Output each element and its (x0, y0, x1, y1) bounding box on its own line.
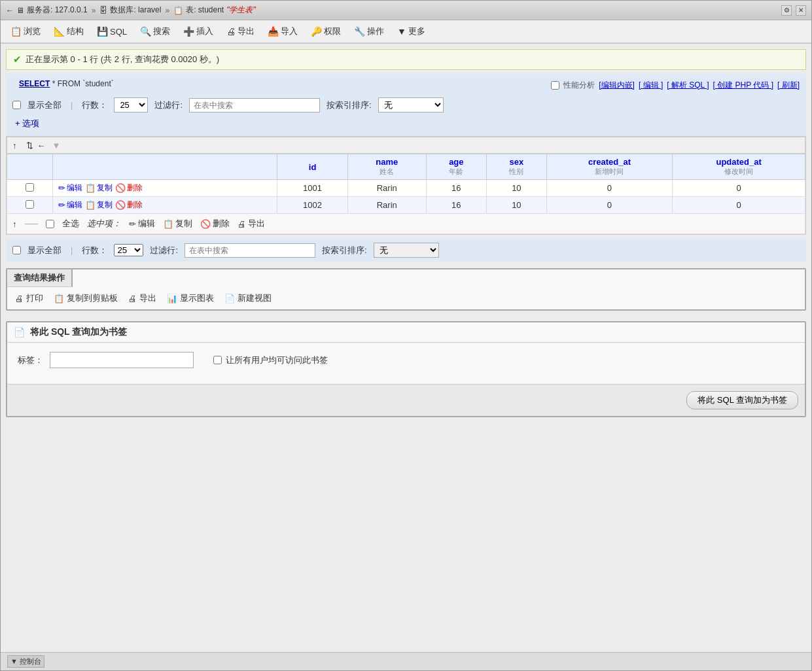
console-collapse-btn[interactable]: ▼ 控制台 (7, 655, 44, 668)
parse-sql-link[interactable]: [ 解析 SQL ] (667, 80, 709, 91)
insert-icon: ➕ (183, 26, 194, 37)
bookmark-label-row: 标签： 让所有用户均可访问此书签 (18, 352, 794, 368)
toolbar-browse[interactable]: 📋 浏览 (5, 23, 46, 40)
toolbar: 📋 浏览 📐 结构 💾 SQL 🔍 搜索 ➕ 插入 🖨 导出 📥 导入 🔑 (1, 20, 811, 44)
search-icon: 🔍 (140, 26, 151, 37)
main-window: ← 🖥 服务器: 127.0.0.1 » 🗄 数据库: laravel » 📋 … (0, 0, 812, 671)
close-button[interactable]: ✕ (796, 5, 806, 16)
edit-btn-0[interactable]: ✏编辑 (58, 182, 82, 194)
edit-icon: ✏ (58, 183, 65, 193)
cell-name-0: Rarin (347, 180, 426, 197)
th-created-at[interactable]: created_at 新增时间 (546, 154, 673, 180)
up-arrow-icon: ↑ (12, 141, 17, 150)
bottom-export-btn[interactable]: 🖨 导出 (238, 218, 265, 230)
more-dropdown-icon: ▼ (397, 26, 406, 37)
bottom-edit-btn[interactable]: ✏ 编辑 (129, 218, 155, 230)
toolbar-export[interactable]: 🖨 导出 (221, 23, 260, 40)
copy-btn-1[interactable]: 📋复制 (85, 199, 113, 211)
print-btn[interactable]: 🖨 打印 (15, 292, 43, 304)
th-id[interactable]: id (277, 154, 348, 180)
toolbar-structure[interactable]: 📐 结构 (48, 23, 90, 40)
status-bar: ✔ 正在显示第 0 - 1 行 (共 2 行, 查询花费 0.0020 秒。) (6, 49, 806, 70)
filter-input-bottom[interactable] (185, 243, 315, 258)
content-area: ✔ 正在显示第 0 - 1 行 (共 2 行, 查询花费 0.0020 秒。) … (1, 44, 811, 652)
sort-arrows-icon: ⇅ (26, 141, 33, 150)
bottom-bar: ▼ 控制台 (1, 652, 811, 670)
sort-select-bottom[interactable]: 无 (374, 243, 439, 258)
structure-icon: 📐 (54, 26, 65, 37)
row-checkbox-0[interactable] (26, 183, 34, 192)
toolbar-search[interactable]: 🔍 搜索 (134, 23, 176, 40)
copy-btn-0[interactable]: 📋复制 (85, 182, 113, 194)
refresh-link[interactable]: [ 刷新] (777, 80, 800, 91)
th-age[interactable]: age 年龄 (426, 154, 487, 180)
delete-btn-1[interactable]: 🚫删除 (115, 199, 143, 211)
clipboard-icon: 📋 (54, 294, 64, 303)
table-header-row: id name 姓名 age 年龄 sex 性别 (7, 154, 805, 180)
cell-created_at-0: 0 (546, 180, 673, 197)
cell-id-1: 1002 (277, 197, 348, 214)
show-all-label-2: 显示全部 (27, 245, 62, 256)
search-label: 搜索 (153, 26, 170, 37)
import-label: 导入 (281, 26, 298, 37)
delete-btn-0[interactable]: 🚫删除 (115, 182, 143, 194)
show-chart-btn[interactable]: 📊 显示图表 (167, 292, 214, 304)
bookmark-submit-btn[interactable]: 将此 SQL 查询加为书签 (686, 391, 798, 409)
browse-icon: 📋 (10, 26, 22, 37)
new-view-btn[interactable]: 📄 新建视图 (224, 292, 272, 304)
bookmark-label-text: 标签： (18, 354, 43, 366)
perf-label: 性能分析 (563, 80, 595, 91)
copy-icon: 📋 (163, 219, 173, 229)
row-count-select[interactable]: 25 50 100 (114, 97, 148, 112)
row-count-select-2[interactable]: 25 50 100 (114, 244, 143, 256)
back-icon[interactable]: ← (6, 6, 14, 15)
title-highlight: "学生表" (226, 5, 256, 16)
bottom-copy-btn[interactable]: 📋 复制 (163, 218, 192, 230)
bottom-delete-btn[interactable]: 🚫 删除 (200, 218, 230, 230)
insert-label: 插入 (196, 26, 213, 37)
sort-select-top[interactable]: 无 (378, 97, 444, 112)
privileges-icon: 🔑 (311, 26, 322, 37)
bottom-export-icon: 🖨 (238, 219, 246, 229)
filter-input-top[interactable] (189, 98, 320, 112)
edit-link[interactable]: [ 编辑 ] (639, 80, 663, 91)
toolbar-more[interactable]: ▼ 更多 (391, 23, 431, 40)
toolbar-privileges[interactable]: 🔑 权限 (305, 23, 347, 40)
cell-sex-0: 10 (487, 180, 547, 197)
copy-row-icon: 📋 (85, 200, 96, 210)
bookmark-submit-row: 将此 SQL 查询加为书签 (7, 384, 805, 416)
privileges-label: 权限 (324, 26, 341, 37)
titlebar-right: ⚙ ✕ (781, 5, 806, 16)
gear-button[interactable]: ⚙ (781, 5, 792, 16)
th-sex[interactable]: sex 性别 (487, 154, 547, 180)
cell-updated_at-1: 0 (673, 197, 805, 214)
copy-clipboard-btn[interactable]: 📋 复制到剪贴板 (54, 292, 118, 304)
bookmark-label-input[interactable] (50, 352, 194, 368)
show-all-checkbox[interactable] (12, 101, 21, 109)
toolbar-operations[interactable]: 🔧 操作 (348, 23, 390, 40)
sort-row: ↑ ⇅ ← ▼ (7, 137, 805, 154)
table-row: ✏编辑 📋复制 🚫删除 1002Rarin161000 (7, 197, 805, 214)
sql-label: SQL (110, 27, 127, 37)
th-updated-at[interactable]: updated_at 修改时间 (673, 154, 805, 180)
select-all-checkbox[interactable] (46, 220, 54, 228)
row-checkbox-1[interactable] (26, 200, 34, 209)
sql-display: SELECT * FROM `student` (12, 77, 551, 91)
bookmark-public-checkbox[interactable] (213, 356, 222, 364)
create-php-link[interactable]: [ 创建 PHP 代码 ] (713, 80, 773, 91)
th-name[interactable]: name 姓名 (347, 154, 426, 180)
cell-id-0: 1001 (277, 180, 348, 197)
toolbar-import[interactable]: 📥 导入 (262, 23, 304, 40)
ops-export-btn[interactable]: 🖨 导出 (128, 292, 156, 304)
toolbar-insert[interactable]: ➕ 插入 (177, 23, 219, 40)
toolbar-sql[interactable]: 💾 SQL (91, 24, 133, 39)
th-checkbox (7, 154, 53, 180)
plus-options[interactable]: + 选项 (12, 116, 800, 131)
edit-btn-1[interactable]: ✏编辑 (58, 199, 82, 211)
edit-pencil-icon: ✏ (129, 219, 136, 229)
show-all-checkbox-2[interactable] (12, 246, 21, 254)
perf-checkbox[interactable] (551, 81, 559, 90)
chart-icon: 📊 (167, 294, 177, 303)
query-ops-section: 查询结果操作 🖨 打印 📋 复制到剪贴板 🖨 导出 📊 显示图表 (6, 268, 806, 311)
edit-inline-link[interactable]: [编辑内嵌] (599, 80, 635, 91)
